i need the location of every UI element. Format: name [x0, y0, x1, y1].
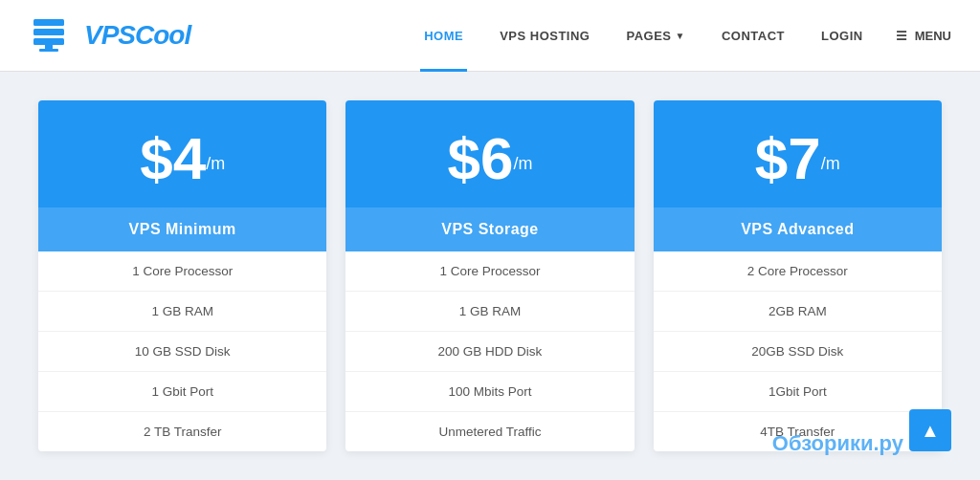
logo[interactable]: VPSCool [29, 12, 190, 58]
logo-text: VPSCool [84, 20, 190, 51]
svg-rect-1 [33, 29, 64, 35]
logo-cool: Cool [135, 20, 190, 50]
price-2: $7/m [673, 129, 923, 188]
svg-rect-4 [39, 49, 58, 52]
feature-0-4: 2 TB Transfer [38, 412, 326, 451]
nav-pages[interactable]: PAGES ▼ [622, 0, 688, 72]
header: VPSCool HOME VPS HOSTING PAGES ▼ CONTACT… [0, 0, 980, 72]
card-header-1: $6/m [345, 100, 634, 207]
card-header-2: $7/m [654, 100, 942, 207]
nav-home[interactable]: HOME [420, 0, 467, 72]
logo-svg [30, 13, 74, 57]
price-dollar-0: $4 [140, 125, 206, 191]
feature-1-1: 1 GB RAM [345, 292, 634, 332]
feature-1-2: 200 GB HDD Disk [345, 332, 634, 372]
feature-2-3: 1Gbit Port [654, 372, 942, 412]
feature-2-1: 2GB RAM [654, 292, 942, 332]
pricing-card-2: $7/m VPS Advanced 2 Core Processor2GB RA… [654, 100, 942, 451]
feature-0-3: 1 Gbit Port [38, 372, 326, 412]
card-header-0: $4/m [38, 100, 326, 207]
price-per-0: /m [206, 154, 225, 173]
nav-vps-hosting[interactable]: VPS HOSTING [496, 0, 593, 72]
scroll-top-icon: ▲ [921, 420, 940, 442]
nav-contact[interactable]: CONTACT [718, 0, 789, 72]
logo-vps: VPS [84, 20, 135, 50]
svg-rect-0 [33, 19, 64, 26]
card-features-2: 2 Core Processor2GB RAM20GB SSD Disk1Gbi… [654, 251, 942, 451]
price-per-2: /m [821, 154, 840, 173]
pricing-grid: $4/m VPS Minimum 1 Core Processor1 GB RA… [38, 100, 942, 451]
nav-login[interactable]: LOGIN [817, 0, 867, 72]
card-name-0: VPS Minimum [38, 207, 326, 251]
feature-0-2: 10 GB SSD Disk [38, 332, 326, 372]
svg-rect-2 [33, 38, 64, 45]
card-name-1: VPS Storage [345, 207, 634, 251]
price-dollar-1: $6 [448, 125, 514, 191]
feature-0-0: 1 Core Processor [38, 251, 326, 292]
pricing-card-1: $6/m VPS Storage 1 Core Processor1 GB RA… [345, 100, 634, 451]
feature-2-0: 2 Core Processor [654, 251, 942, 292]
price-0: $4/m [57, 129, 307, 188]
card-features-0: 1 Core Processor1 GB RAM10 GB SSD Disk1 … [38, 251, 326, 451]
card-features-1: 1 Core Processor1 GB RAM200 GB HDD Disk1… [345, 251, 634, 451]
feature-2-2: 20GB SSD Disk [654, 332, 942, 372]
price-1: $6/m [365, 129, 614, 188]
feature-2-4: 4TB Transfer [654, 412, 942, 451]
menu-label: MENU [915, 29, 951, 43]
logo-icon [29, 12, 75, 58]
main-content: $4/m VPS Minimum 1 Core Processor1 GB RA… [0, 72, 980, 480]
feature-1-4: Unmetered Traffic [345, 412, 634, 451]
menu-button[interactable]: ☰ MENU [896, 29, 951, 43]
feature-1-0: 1 Core Processor [345, 251, 634, 292]
scroll-top-button[interactable]: ▲ [909, 409, 951, 451]
feature-0-1: 1 GB RAM [38, 292, 326, 332]
price-per-1: /m [513, 154, 532, 173]
feature-1-3: 100 Mbits Port [345, 372, 634, 412]
pricing-card-0: $4/m VPS Minimum 1 Core Processor1 GB RA… [38, 100, 326, 451]
card-name-2: VPS Advanced [654, 207, 942, 251]
pages-chevron-icon: ▼ [676, 31, 685, 41]
main-nav: HOME VPS HOSTING PAGES ▼ CONTACT LOGIN ☰… [420, 0, 951, 71]
price-dollar-2: $7 [755, 125, 821, 191]
hamburger-icon: ☰ [896, 29, 907, 43]
